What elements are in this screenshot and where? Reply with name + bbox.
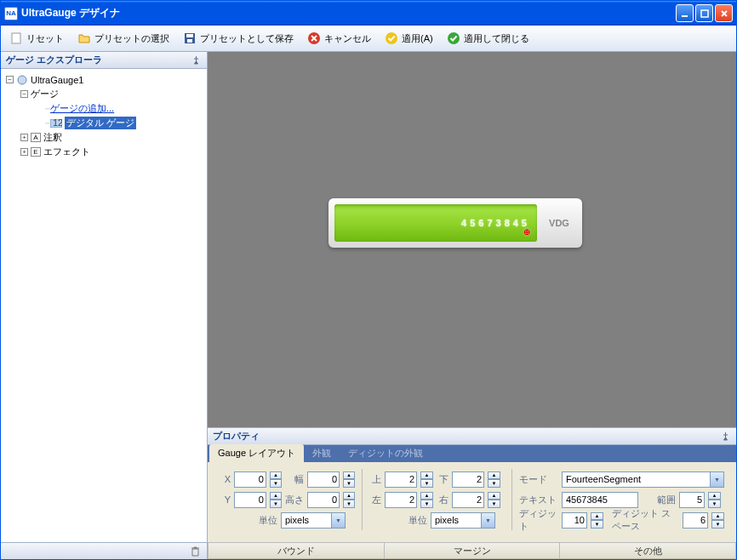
- apply-button[interactable]: 適用(A): [380, 29, 438, 48]
- width-spinner[interactable]: ▲▼: [343, 471, 355, 488]
- cancel-button[interactable]: キャンセル: [302, 29, 376, 48]
- section-misc[interactable]: その他: [560, 543, 736, 559]
- apply-close-button[interactable]: 適用して閉じる: [442, 29, 534, 48]
- bounds-unit-select[interactable]: pixels▼: [281, 512, 346, 529]
- annotation-icon: A: [31, 133, 41, 142]
- property-sections: バウンド マージン その他: [208, 542, 736, 559]
- digital-gauge-icon: 123: [50, 117, 62, 129]
- expander-icon[interactable]: −: [6, 76, 14, 83]
- tree-gauges[interactable]: − ゲージ: [3, 87, 205, 101]
- height-input[interactable]: [307, 492, 340, 508]
- svg-rect-1: [701, 10, 708, 17]
- width-input[interactable]: [307, 471, 340, 488]
- bounds-group: X ▲▼ 幅 ▲▼ Y ▲▼ 高さ: [213, 469, 363, 530]
- pin-icon[interactable]: [191, 55, 202, 66]
- mode-select[interactable]: FourteenSegment▼: [562, 471, 724, 488]
- section-margin[interactable]: マージン: [385, 543, 561, 559]
- margin-top-input[interactable]: [385, 471, 417, 488]
- digital-gauge-preview[interactable]: 45673845 ⊕ VDG: [329, 198, 582, 248]
- app-window: NA UltraGauge デザイナ リセット プリセットの選択 プリセットとし…: [0, 0, 737, 560]
- explorer-footer: [1, 542, 207, 559]
- svg-rect-0: [682, 15, 688, 17]
- range-spinner[interactable]: ▲▼: [708, 492, 721, 508]
- margin-bottom-spinner[interactable]: ▲▼: [488, 471, 500, 488]
- tree-add-gauge[interactable]: ┄ ゲージの追加...: [3, 101, 205, 116]
- expander-icon[interactable]: +: [20, 134, 28, 141]
- properties-header: プロパティ: [208, 428, 736, 445]
- select-preset-button[interactable]: プリセットの選択: [72, 29, 174, 48]
- y-input[interactable]: [234, 492, 266, 508]
- x-spinner[interactable]: ▲▼: [270, 471, 282, 488]
- effects-icon: E: [31, 147, 41, 157]
- svg-point-9: [18, 76, 26, 84]
- chevron-down-icon: ▼: [710, 472, 723, 487]
- explorer-header: ゲージ エクスプローラ: [1, 52, 207, 69]
- chevron-down-icon: ▼: [331, 513, 345, 528]
- titlebar[interactable]: NA UltraGauge デザイナ: [1, 1, 736, 26]
- tree-digital-gauge[interactable]: ┄ 123 デジタル ゲージ: [3, 116, 205, 130]
- margin-top-spinner[interactable]: ▲▼: [420, 471, 433, 488]
- gauge-root-icon: [16, 74, 28, 86]
- design-area: 45673845 ⊕ VDG プロパティ Gauge レイアウト 外観 ディジッ…: [208, 52, 736, 559]
- property-tabs: Gauge レイアウト 外観 ディジットの外観: [208, 445, 736, 462]
- tab-digit-appearance[interactable]: ディジットの外観: [340, 444, 431, 462]
- save-preset-button[interactable]: プリセットとして保存: [178, 29, 299, 48]
- toolbar: リセット プリセットの選択 プリセットとして保存 キャンセル 適用(A) 適用し…: [1, 26, 736, 52]
- y-spinner[interactable]: ▲▼: [270, 492, 282, 508]
- digit-spinner[interactable]: ▲▼: [591, 512, 603, 529]
- expander-icon[interactable]: +: [20, 148, 28, 156]
- margin-right-spinner[interactable]: ▲▼: [488, 492, 500, 508]
- digit-input[interactable]: [562, 512, 587, 529]
- blank-page-icon: [9, 31, 23, 45]
- section-bounds[interactable]: バウンド: [208, 543, 385, 559]
- margin-left-input[interactable]: [385, 492, 417, 508]
- x-input[interactable]: [234, 471, 266, 488]
- explorer-tree[interactable]: − UltraGauge1 − ゲージ ┄ ゲージの追加... ┄ 123: [1, 69, 207, 542]
- design-canvas[interactable]: 45673845 ⊕ VDG: [208, 52, 736, 427]
- tree-annotation[interactable]: + A 注釈: [3, 130, 205, 145]
- add-gauge-link[interactable]: ゲージの追加...: [50, 102, 114, 115]
- app-icon: NA: [4, 7, 18, 20]
- chevron-down-icon: ▼: [481, 513, 494, 528]
- tab-gauge-layout[interactable]: Gauge レイアウト: [209, 444, 304, 462]
- folder-open-icon: [77, 31, 91, 45]
- apply-icon: [385, 31, 398, 45]
- misc-group: モード FourteenSegment▼ テキスト 範囲 ▲▼ ディジット: [512, 469, 731, 530]
- gauge-explorer-panel: ゲージ エクスプローラ − UltraGauge1 − ゲージ ┄ ゲージの追加…: [1, 52, 208, 559]
- digitspace-input[interactable]: [683, 512, 708, 529]
- gauge-badge: VDG: [542, 218, 576, 228]
- maximize-button[interactable]: [695, 4, 713, 22]
- text-input[interactable]: [562, 492, 638, 508]
- minimize-button[interactable]: [676, 4, 694, 22]
- height-spinner[interactable]: ▲▼: [343, 492, 355, 508]
- property-grid: X ▲▼ 幅 ▲▼ Y ▲▼ 高さ: [208, 462, 736, 542]
- margin-bottom-input[interactable]: [452, 471, 484, 488]
- tab-appearance[interactable]: 外観: [304, 444, 340, 462]
- pin-icon[interactable]: [721, 431, 731, 442]
- margin-unit-select[interactable]: pixels▼: [431, 512, 495, 529]
- svg-rect-2: [12, 33, 20, 43]
- cancel-icon: [307, 31, 321, 45]
- svg-rect-4: [186, 34, 193, 37]
- margin-left-spinner[interactable]: ▲▼: [420, 492, 433, 508]
- margin-right-input[interactable]: [452, 492, 484, 508]
- margin-group: 上 ▲▼ 下 ▲▼ 左 ▲▼ 右: [363, 469, 512, 530]
- digitspace-spinner[interactable]: ▲▼: [711, 512, 724, 529]
- trash-icon[interactable]: [188, 545, 202, 558]
- range-input[interactable]: [679, 492, 705, 508]
- window-title: UltraGauge デザイナ: [21, 6, 676, 20]
- tree-effects[interactable]: + E エフェクト: [3, 145, 205, 159]
- reset-button[interactable]: リセット: [4, 29, 69, 48]
- svg-text:123: 123: [53, 119, 62, 128]
- expander-icon[interactable]: −: [20, 90, 28, 98]
- svg-rect-5: [187, 39, 192, 43]
- save-icon: [183, 31, 197, 45]
- edit-cursor-icon: ⊕: [523, 227, 534, 237]
- close-button[interactable]: [715, 4, 733, 22]
- tree-root[interactable]: − UltraGauge1: [3, 72, 205, 87]
- properties-panel: プロパティ Gauge レイアウト 外観 ディジットの外観 X ▲▼: [208, 427, 736, 559]
- apply-close-icon: [447, 31, 460, 45]
- gauge-lcd: 45673845 ⊕: [334, 204, 537, 242]
